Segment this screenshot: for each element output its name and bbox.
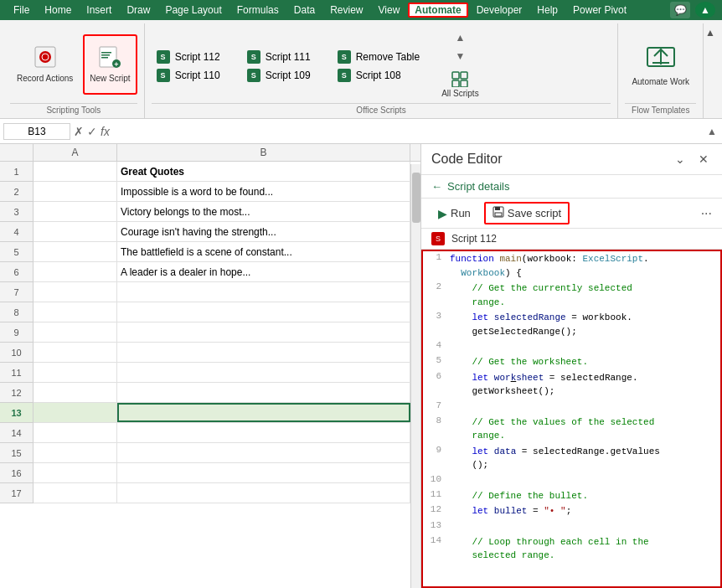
menu-formulas[interactable]: Formulas bbox=[230, 3, 286, 18]
cancel-icon[interactable]: ✗ bbox=[74, 125, 84, 138]
code-line-12: 12 let bullet = "• "; bbox=[423, 503, 720, 519]
cell-b1[interactable]: Great Quotes bbox=[117, 162, 410, 181]
confirm-icon[interactable]: ✓ bbox=[87, 125, 97, 138]
chevron-up-btn[interactable]: ▲ bbox=[453, 30, 467, 45]
menu-help[interactable]: Help bbox=[530, 3, 565, 18]
cell-b9[interactable] bbox=[117, 322, 410, 342]
toolbar-row: ▶ Run Save script ··· bbox=[421, 199, 722, 229]
menu-data[interactable]: Data bbox=[287, 3, 322, 18]
script-item-111[interactable]: S Script 111 bbox=[242, 49, 316, 65]
cell-b15[interactable] bbox=[117, 443, 410, 462]
cell-b4[interactable]: Courage isn't having the strength... bbox=[117, 222, 410, 241]
cell-b2[interactable]: Impossible is a word to be found... bbox=[117, 182, 410, 201]
cell-b12[interactable] bbox=[117, 383, 410, 402]
vertical-scrollbar[interactable] bbox=[410, 164, 420, 588]
cell-b5[interactable]: The battlefield is a scene of constant..… bbox=[117, 242, 410, 261]
save-script-button[interactable]: Save script bbox=[484, 202, 570, 224]
cell-b3[interactable]: Victory belongs to the most... bbox=[117, 202, 410, 221]
menu-developer[interactable]: Developer bbox=[470, 3, 529, 18]
comment-icon-btn[interactable]: 💬 bbox=[670, 2, 690, 18]
cell-a8[interactable] bbox=[34, 302, 117, 322]
function-icon[interactable]: fx bbox=[101, 125, 110, 138]
code-editor-header: Code Editor ⌄ ✕ bbox=[421, 144, 722, 175]
cell-a14[interactable] bbox=[34, 423, 117, 442]
cell-a3[interactable] bbox=[34, 202, 117, 221]
ribbon-collapse-btn[interactable]: ▲ bbox=[705, 27, 715, 39]
scrollbar-thumb[interactable] bbox=[412, 173, 420, 223]
menu-draw[interactable]: Draw bbox=[120, 3, 157, 18]
automate-work-label: Automate Work bbox=[632, 77, 689, 87]
cell-a6[interactable] bbox=[34, 262, 117, 281]
cell-b8[interactable] bbox=[117, 302, 410, 322]
table-row bbox=[34, 403, 420, 423]
table-row bbox=[34, 282, 420, 302]
table-row: The battlefield is a scene of constant..… bbox=[34, 242, 420, 262]
script-item-108[interactable]: S Script 108 bbox=[333, 67, 425, 84]
cell-a4[interactable] bbox=[34, 222, 117, 241]
minimize-button[interactable]: ⌄ bbox=[672, 151, 688, 168]
cell-a13[interactable] bbox=[34, 403, 117, 422]
flow-templates-label: Flow Templates bbox=[625, 103, 696, 116]
menu-review[interactable]: Review bbox=[323, 3, 369, 18]
menu-view[interactable]: View bbox=[372, 3, 407, 18]
cell-a1[interactable] bbox=[34, 162, 117, 181]
svg-rect-15 bbox=[495, 207, 500, 210]
cell-b14[interactable] bbox=[117, 423, 410, 442]
script-item-112[interactable]: S Script 112 bbox=[152, 49, 225, 65]
script-item-110[interactable]: S Script 110 bbox=[152, 67, 225, 84]
cell-a5[interactable] bbox=[34, 242, 117, 261]
play-icon: ▶ bbox=[438, 207, 447, 220]
new-script-button[interactable]: + New Script bbox=[83, 34, 137, 95]
cell-a9[interactable] bbox=[34, 322, 117, 342]
code-area[interactable]: 1 function main(workbook: ExcelScript. W… bbox=[421, 250, 722, 588]
cell-a12[interactable] bbox=[34, 383, 117, 402]
run-button[interactable]: ▶ Run bbox=[431, 204, 477, 224]
cell-a10[interactable] bbox=[34, 343, 117, 362]
grid-area[interactable]: Great Quotes Impossible is a word to be … bbox=[34, 162, 420, 503]
back-arrow-icon: ← bbox=[431, 180, 442, 193]
cell-a7[interactable] bbox=[34, 282, 117, 302]
line-num-13: 13 bbox=[423, 519, 448, 530]
close-button[interactable]: ✕ bbox=[695, 151, 712, 168]
row-header-17: 17 bbox=[0, 483, 34, 503]
menu-automate[interactable]: Automate bbox=[408, 3, 467, 18]
cell-a17[interactable] bbox=[34, 483, 117, 503]
cell-b6[interactable]: A leader is a dealer in hope... bbox=[117, 262, 410, 281]
formula-input[interactable] bbox=[113, 124, 702, 139]
script-111-label: Script 111 bbox=[266, 51, 311, 63]
svg-rect-9 bbox=[452, 72, 459, 79]
cell-b13[interactable] bbox=[117, 403, 410, 422]
scripting-tools-label: Scripting Tools bbox=[10, 103, 137, 116]
all-scripts-button[interactable]: All Scripts bbox=[435, 67, 485, 101]
cell-a11[interactable] bbox=[34, 363, 117, 382]
menu-page-layout[interactable]: Page Layout bbox=[158, 3, 228, 18]
menu-file[interactable]: File bbox=[7, 3, 36, 18]
code-line-11: 11 // Define the bullet. bbox=[423, 488, 720, 504]
script-item-remove-table[interactable]: S Remove Table bbox=[333, 49, 425, 65]
row-header-5: 5 bbox=[0, 242, 34, 262]
cell-b11[interactable] bbox=[117, 363, 410, 382]
formula-bar-collapse-btn[interactable]: ▲ bbox=[705, 124, 719, 139]
cell-b7[interactable] bbox=[117, 282, 410, 302]
row-header-1: 1 bbox=[0, 162, 34, 182]
cell-b17[interactable] bbox=[117, 483, 410, 503]
script-item-109[interactable]: S Script 109 bbox=[242, 67, 316, 84]
cell-a2[interactable] bbox=[34, 182, 117, 201]
ribbon-group-flow-templates: Automate Work Flow Templates bbox=[618, 23, 704, 118]
script-details-link[interactable]: ← Script details bbox=[421, 175, 722, 199]
cell-a15[interactable] bbox=[34, 443, 117, 462]
share-icon-btn[interactable]: ▲ bbox=[695, 2, 715, 18]
menu-home[interactable]: Home bbox=[38, 3, 78, 18]
menu-insert[interactable]: Insert bbox=[80, 3, 118, 18]
cell-a16[interactable] bbox=[34, 463, 117, 482]
row-header-10: 10 bbox=[0, 343, 34, 363]
cell-b16[interactable] bbox=[117, 463, 410, 482]
more-options-button[interactable]: ··· bbox=[701, 206, 712, 221]
menu-power-pivot[interactable]: Power Pivot bbox=[566, 3, 633, 18]
chevron-down-btn[interactable]: ▼ bbox=[453, 49, 467, 64]
automate-work-button[interactable]: Automate Work bbox=[625, 34, 696, 95]
cell-reference-input[interactable] bbox=[3, 123, 70, 140]
cell-b10[interactable] bbox=[117, 343, 410, 362]
record-actions-button[interactable]: Record Actions bbox=[10, 34, 80, 95]
ribbon-group-office-scripts: S Script 112 S Script 110 S Script 111 bbox=[145, 23, 619, 118]
